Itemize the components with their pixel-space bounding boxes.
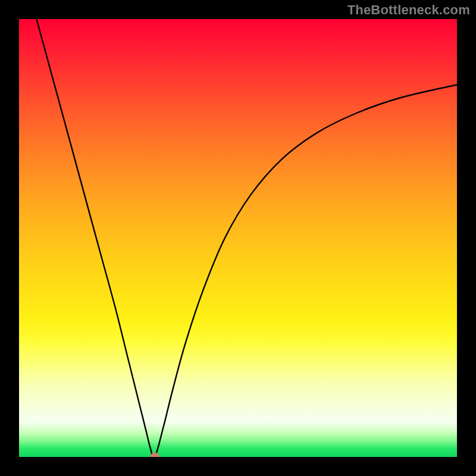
plot-area	[19, 19, 457, 457]
curve-svg	[19, 19, 457, 457]
chart-container: TheBottleneck.com	[0, 0, 476, 476]
bottleneck-curve	[36, 19, 457, 457]
watermark-text: TheBottleneck.com	[347, 2, 470, 18]
